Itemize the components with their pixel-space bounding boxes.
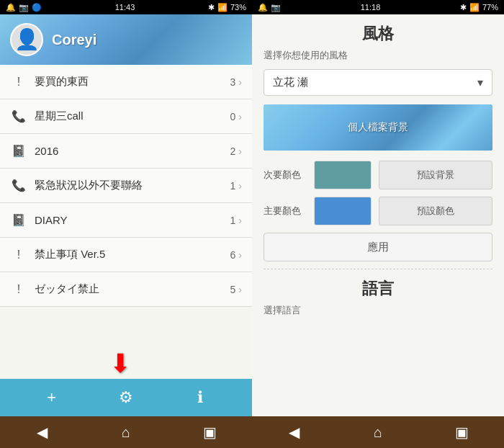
chevron-icon-7: › bbox=[238, 284, 242, 295]
profile-bg-preview[interactable]: 個人檔案背景 bbox=[264, 104, 492, 151]
menu-count-3: 2 bbox=[230, 145, 236, 157]
add-button[interactable]: + bbox=[36, 382, 68, 413]
list-item[interactable]: 📓 2016 2 › bbox=[0, 134, 252, 169]
back-button-right[interactable]: ◀ bbox=[272, 416, 315, 448]
list-item[interactable]: 📞 緊急狀況以外不要聯絡 1 › bbox=[0, 169, 252, 203]
left-panel: 🔔 📷 🔵 11:43 ✱ 📶 73% 👤 Coreyi ! 要買的東西 3 ›… bbox=[0, 0, 252, 448]
avatar-icon: 👤 bbox=[14, 30, 40, 50]
back-button-left[interactable]: ◀ bbox=[20, 416, 63, 448]
profile-bg-label: 個人檔案背景 bbox=[348, 121, 408, 134]
status-icons-left: 🔔 📷 🔵 bbox=[6, 3, 42, 12]
default-bg-label: 預設背景 bbox=[417, 169, 454, 182]
list-item[interactable]: 📓 DIARY 1 › bbox=[0, 203, 252, 238]
alarm-icon: 🔔 bbox=[6, 3, 16, 12]
notebook-icon-1: 📓 bbox=[10, 144, 27, 158]
menu-count-4: 1 bbox=[230, 180, 236, 192]
right-panel: 🔔 📷 11:18 ✱ 📶 77% 風格 選擇你想使用的風格 立花 瀬 ▾ 個人… bbox=[252, 0, 504, 448]
right-status-left: 🔔 📷 bbox=[258, 3, 281, 12]
recent-icon-right: ▣ bbox=[455, 424, 469, 441]
menu-count-7: 5 bbox=[230, 284, 236, 295]
left-status-right: ✱ 📶 73% bbox=[208, 3, 246, 12]
menu-label-5: DIARY bbox=[35, 214, 230, 226]
secondary-color-swatch[interactable] bbox=[314, 161, 372, 189]
default-color-label: 預設顏色 bbox=[417, 205, 454, 218]
back-icon-right: ◀ bbox=[289, 424, 300, 441]
chevron-icon-2: › bbox=[238, 111, 242, 122]
signal-icon-right: 📶 bbox=[469, 3, 480, 12]
phone-icon-2: 📞 bbox=[10, 179, 27, 192]
list-item[interactable]: ! ゼッタイ禁止 5 › bbox=[0, 272, 252, 307]
home-icon-left: ⌂ bbox=[122, 424, 130, 441]
settings-button[interactable]: ⚙ bbox=[110, 382, 142, 413]
notebook-icon-2: 📓 bbox=[10, 213, 27, 227]
chevron-down-icon: ▾ bbox=[477, 76, 483, 89]
menu-label-7: ゼッタイ禁止 bbox=[35, 282, 230, 296]
list-item[interactable]: ! 禁止事項 Ver.5 6 › bbox=[0, 238, 252, 272]
phone-icon-1: 📞 bbox=[10, 109, 27, 123]
arrow-down-indicator: ⬇ bbox=[109, 349, 131, 379]
style-section: 風格 選擇你想使用的風格 立花 瀬 ▾ 個人檔案背景 次要顏色 預設背景 bbox=[264, 23, 492, 269]
recent-button-left[interactable]: ▣ bbox=[189, 416, 232, 448]
nav-bar-right: ◀ ⌂ ▣ bbox=[252, 416, 504, 448]
back-icon-left: ◀ bbox=[37, 424, 48, 441]
recent-button-right[interactable]: ▣ bbox=[441, 416, 484, 448]
primary-color-row: 主要顏色 預設顏色 bbox=[264, 197, 492, 225]
secondary-color-row: 次要顏色 預設背景 bbox=[264, 161, 492, 189]
status-bar-left: 🔔 📷 🔵 11:43 ✱ 📶 73% bbox=[0, 0, 252, 14]
profile-header[interactable]: 👤 Coreyi bbox=[0, 14, 252, 65]
exclamation-icon-2: ! bbox=[10, 248, 27, 261]
right-time: 11:18 bbox=[361, 3, 381, 12]
menu-count-2: 0 bbox=[230, 111, 236, 122]
wifi-icon: 🔵 bbox=[32, 3, 42, 12]
info-button[interactable]: ℹ bbox=[184, 382, 216, 413]
list-item[interactable]: 📞 星期三call 0 › bbox=[0, 99, 252, 134]
bluetooth-icon-right: ✱ bbox=[460, 3, 467, 12]
avatar: 👤 bbox=[10, 23, 43, 56]
secondary-color-label: 次要顏色 bbox=[264, 169, 307, 182]
menu-label-4: 緊急狀況以外不要聯絡 bbox=[35, 179, 230, 192]
exclamation-icon-1: ! bbox=[10, 76, 27, 89]
recent-icon-left: ▣ bbox=[203, 424, 217, 441]
style-subtitle: 選擇你想使用的風格 bbox=[264, 49, 492, 62]
language-section: 語言 選擇語言 bbox=[264, 278, 492, 317]
chevron-icon-5: › bbox=[238, 215, 242, 226]
profile-name: Coreyi bbox=[52, 32, 96, 48]
divider bbox=[264, 269, 492, 269]
bluetooth-icon-left: ✱ bbox=[208, 3, 215, 12]
left-time: 11:43 bbox=[115, 3, 135, 12]
home-button-right[interactable]: ⌂ bbox=[356, 416, 400, 448]
chevron-icon-4: › bbox=[238, 180, 242, 192]
home-button-left[interactable]: ⌂ bbox=[104, 416, 148, 448]
right-content: 風格 選擇你想使用的風格 立花 瀬 ▾ 個人檔案背景 次要顏色 預設背景 bbox=[252, 14, 504, 416]
info-icon: ℹ bbox=[197, 388, 203, 407]
menu-count-6: 6 bbox=[230, 249, 236, 261]
right-status-right: ✱ 📶 77% bbox=[460, 3, 498, 12]
exclamation-icon-3: ! bbox=[10, 283, 27, 296]
chevron-icon-6: › bbox=[238, 249, 242, 261]
gear-icon: ⚙ bbox=[119, 388, 133, 407]
bottom-toolbar: + ⚙ ℹ bbox=[0, 379, 252, 416]
status-bar-right: 🔔 📷 11:18 ✱ 📶 77% bbox=[252, 0, 504, 14]
apply-label: 應用 bbox=[367, 241, 389, 254]
default-color-button[interactable]: 預設顏色 bbox=[379, 197, 492, 225]
home-icon-right: ⌂ bbox=[374, 424, 382, 441]
dropdown-value: 立花 瀬 bbox=[273, 76, 308, 89]
list-item[interactable]: ! 要買的東西 3 › bbox=[0, 65, 252, 99]
primary-color-swatch[interactable] bbox=[314, 197, 372, 225]
default-bg-button[interactable]: 預設背景 bbox=[379, 161, 492, 189]
menu-list: ! 要買的東西 3 › 📞 星期三call 0 › 📓 2016 2 › 📞 緊… bbox=[0, 65, 252, 379]
chevron-icon-3: › bbox=[238, 145, 242, 157]
menu-label-3: 2016 bbox=[35, 145, 230, 157]
chevron-icon-1: › bbox=[238, 76, 242, 88]
language-title: 語言 bbox=[264, 278, 492, 300]
apply-button[interactable]: 應用 bbox=[264, 233, 492, 261]
camera-icon: 📷 bbox=[19, 3, 29, 12]
menu-count-5: 1 bbox=[230, 215, 236, 226]
camera-icon-right: 📷 bbox=[271, 3, 281, 12]
add-icon: + bbox=[47, 388, 56, 407]
primary-color-label: 主要顏色 bbox=[264, 205, 307, 218]
nav-bar-left: ◀ ⌂ ▣ bbox=[0, 416, 252, 448]
style-title: 風格 bbox=[264, 23, 492, 45]
menu-label-1: 要買的東西 bbox=[35, 75, 230, 89]
theme-dropdown[interactable]: 立花 瀬 ▾ bbox=[264, 69, 492, 96]
